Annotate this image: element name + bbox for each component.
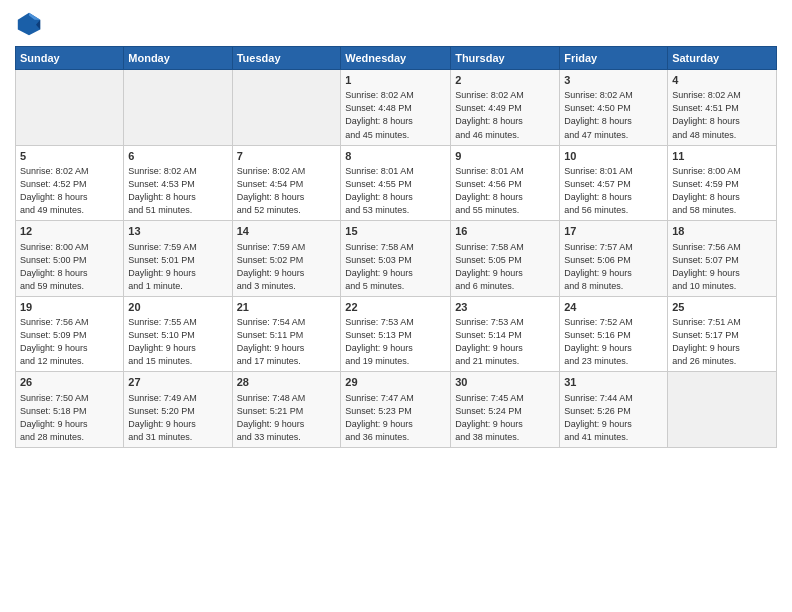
day-number: 11	[672, 149, 772, 164]
day-number: 17	[564, 224, 663, 239]
header	[15, 10, 777, 38]
calendar-cell: 9Sunrise: 8:01 AM Sunset: 4:56 PM Daylig…	[451, 145, 560, 221]
day-number: 19	[20, 300, 119, 315]
week-row-4: 19Sunrise: 7:56 AM Sunset: 5:09 PM Dayli…	[16, 296, 777, 372]
calendar-cell: 28Sunrise: 7:48 AM Sunset: 5:21 PM Dayli…	[232, 372, 341, 448]
week-row-3: 12Sunrise: 8:00 AM Sunset: 5:00 PM Dayli…	[16, 221, 777, 297]
day-number: 10	[564, 149, 663, 164]
calendar-cell	[16, 70, 124, 146]
day-info: Sunrise: 7:53 AM Sunset: 5:14 PM Dayligh…	[455, 316, 555, 368]
day-info: Sunrise: 7:44 AM Sunset: 5:26 PM Dayligh…	[564, 392, 663, 444]
day-info: Sunrise: 7:49 AM Sunset: 5:20 PM Dayligh…	[128, 392, 227, 444]
day-info: Sunrise: 7:47 AM Sunset: 5:23 PM Dayligh…	[345, 392, 446, 444]
day-number: 30	[455, 375, 555, 390]
calendar-cell: 4Sunrise: 8:02 AM Sunset: 4:51 PM Daylig…	[668, 70, 777, 146]
weekday-friday: Friday	[560, 47, 668, 70]
day-number: 23	[455, 300, 555, 315]
day-info: Sunrise: 7:52 AM Sunset: 5:16 PM Dayligh…	[564, 316, 663, 368]
calendar-cell: 1Sunrise: 8:02 AM Sunset: 4:48 PM Daylig…	[341, 70, 451, 146]
calendar-cell	[668, 372, 777, 448]
day-number: 24	[564, 300, 663, 315]
weekday-wednesday: Wednesday	[341, 47, 451, 70]
day-number: 5	[20, 149, 119, 164]
weekday-monday: Monday	[124, 47, 232, 70]
day-number: 20	[128, 300, 227, 315]
day-info: Sunrise: 8:02 AM Sunset: 4:53 PM Dayligh…	[128, 165, 227, 217]
calendar-cell: 20Sunrise: 7:55 AM Sunset: 5:10 PM Dayli…	[124, 296, 232, 372]
main-container: SundayMondayTuesdayWednesdayThursdayFrid…	[0, 0, 792, 453]
day-info: Sunrise: 7:58 AM Sunset: 5:03 PM Dayligh…	[345, 241, 446, 293]
calendar-cell: 25Sunrise: 7:51 AM Sunset: 5:17 PM Dayli…	[668, 296, 777, 372]
calendar-cell: 7Sunrise: 8:02 AM Sunset: 4:54 PM Daylig…	[232, 145, 341, 221]
day-number: 8	[345, 149, 446, 164]
calendar-cell	[124, 70, 232, 146]
calendar-cell: 23Sunrise: 7:53 AM Sunset: 5:14 PM Dayli…	[451, 296, 560, 372]
calendar-cell: 5Sunrise: 8:02 AM Sunset: 4:52 PM Daylig…	[16, 145, 124, 221]
day-number: 26	[20, 375, 119, 390]
day-info: Sunrise: 8:02 AM Sunset: 4:49 PM Dayligh…	[455, 89, 555, 141]
weekday-saturday: Saturday	[668, 47, 777, 70]
day-number: 12	[20, 224, 119, 239]
day-number: 7	[237, 149, 337, 164]
calendar-cell: 2Sunrise: 8:02 AM Sunset: 4:49 PM Daylig…	[451, 70, 560, 146]
day-number: 3	[564, 73, 663, 88]
day-info: Sunrise: 7:51 AM Sunset: 5:17 PM Dayligh…	[672, 316, 772, 368]
calendar-cell: 15Sunrise: 7:58 AM Sunset: 5:03 PM Dayli…	[341, 221, 451, 297]
day-info: Sunrise: 7:45 AM Sunset: 5:24 PM Dayligh…	[455, 392, 555, 444]
calendar-cell: 27Sunrise: 7:49 AM Sunset: 5:20 PM Dayli…	[124, 372, 232, 448]
day-info: Sunrise: 7:53 AM Sunset: 5:13 PM Dayligh…	[345, 316, 446, 368]
day-info: Sunrise: 7:56 AM Sunset: 5:07 PM Dayligh…	[672, 241, 772, 293]
calendar-cell: 17Sunrise: 7:57 AM Sunset: 5:06 PM Dayli…	[560, 221, 668, 297]
day-info: Sunrise: 8:01 AM Sunset: 4:56 PM Dayligh…	[455, 165, 555, 217]
calendar-cell: 30Sunrise: 7:45 AM Sunset: 5:24 PM Dayli…	[451, 372, 560, 448]
day-info: Sunrise: 8:00 AM Sunset: 4:59 PM Dayligh…	[672, 165, 772, 217]
day-info: Sunrise: 7:48 AM Sunset: 5:21 PM Dayligh…	[237, 392, 337, 444]
calendar-cell: 14Sunrise: 7:59 AM Sunset: 5:02 PM Dayli…	[232, 221, 341, 297]
day-info: Sunrise: 7:54 AM Sunset: 5:11 PM Dayligh…	[237, 316, 337, 368]
calendar-cell: 19Sunrise: 7:56 AM Sunset: 5:09 PM Dayli…	[16, 296, 124, 372]
calendar-cell: 29Sunrise: 7:47 AM Sunset: 5:23 PM Dayli…	[341, 372, 451, 448]
calendar-cell: 31Sunrise: 7:44 AM Sunset: 5:26 PM Dayli…	[560, 372, 668, 448]
day-number: 2	[455, 73, 555, 88]
day-number: 31	[564, 375, 663, 390]
day-number: 4	[672, 73, 772, 88]
day-info: Sunrise: 8:02 AM Sunset: 4:50 PM Dayligh…	[564, 89, 663, 141]
day-info: Sunrise: 7:57 AM Sunset: 5:06 PM Dayligh…	[564, 241, 663, 293]
logo-icon	[15, 10, 43, 38]
calendar-cell: 8Sunrise: 8:01 AM Sunset: 4:55 PM Daylig…	[341, 145, 451, 221]
calendar-cell: 13Sunrise: 7:59 AM Sunset: 5:01 PM Dayli…	[124, 221, 232, 297]
day-info: Sunrise: 8:01 AM Sunset: 4:55 PM Dayligh…	[345, 165, 446, 217]
week-row-1: 1Sunrise: 8:02 AM Sunset: 4:48 PM Daylig…	[16, 70, 777, 146]
calendar-cell: 22Sunrise: 7:53 AM Sunset: 5:13 PM Dayli…	[341, 296, 451, 372]
day-info: Sunrise: 7:58 AM Sunset: 5:05 PM Dayligh…	[455, 241, 555, 293]
calendar-cell: 6Sunrise: 8:02 AM Sunset: 4:53 PM Daylig…	[124, 145, 232, 221]
day-number: 18	[672, 224, 772, 239]
day-number: 16	[455, 224, 555, 239]
weekday-tuesday: Tuesday	[232, 47, 341, 70]
day-info: Sunrise: 7:56 AM Sunset: 5:09 PM Dayligh…	[20, 316, 119, 368]
calendar-cell: 12Sunrise: 8:00 AM Sunset: 5:00 PM Dayli…	[16, 221, 124, 297]
calendar-cell	[232, 70, 341, 146]
week-row-5: 26Sunrise: 7:50 AM Sunset: 5:18 PM Dayli…	[16, 372, 777, 448]
day-number: 1	[345, 73, 446, 88]
weekday-thursday: Thursday	[451, 47, 560, 70]
calendar-cell: 26Sunrise: 7:50 AM Sunset: 5:18 PM Dayli…	[16, 372, 124, 448]
day-number: 15	[345, 224, 446, 239]
day-number: 22	[345, 300, 446, 315]
calendar-cell: 3Sunrise: 8:02 AM Sunset: 4:50 PM Daylig…	[560, 70, 668, 146]
day-number: 27	[128, 375, 227, 390]
calendar-cell: 11Sunrise: 8:00 AM Sunset: 4:59 PM Dayli…	[668, 145, 777, 221]
week-row-2: 5Sunrise: 8:02 AM Sunset: 4:52 PM Daylig…	[16, 145, 777, 221]
day-info: Sunrise: 8:02 AM Sunset: 4:51 PM Dayligh…	[672, 89, 772, 141]
calendar-cell: 18Sunrise: 7:56 AM Sunset: 5:07 PM Dayli…	[668, 221, 777, 297]
calendar-cell: 24Sunrise: 7:52 AM Sunset: 5:16 PM Dayli…	[560, 296, 668, 372]
calendar-cell: 10Sunrise: 8:01 AM Sunset: 4:57 PM Dayli…	[560, 145, 668, 221]
day-number: 9	[455, 149, 555, 164]
day-info: Sunrise: 8:01 AM Sunset: 4:57 PM Dayligh…	[564, 165, 663, 217]
day-number: 13	[128, 224, 227, 239]
day-number: 29	[345, 375, 446, 390]
day-number: 25	[672, 300, 772, 315]
calendar-table: SundayMondayTuesdayWednesdayThursdayFrid…	[15, 46, 777, 448]
day-info: Sunrise: 7:55 AM Sunset: 5:10 PM Dayligh…	[128, 316, 227, 368]
calendar-cell: 21Sunrise: 7:54 AM Sunset: 5:11 PM Dayli…	[232, 296, 341, 372]
